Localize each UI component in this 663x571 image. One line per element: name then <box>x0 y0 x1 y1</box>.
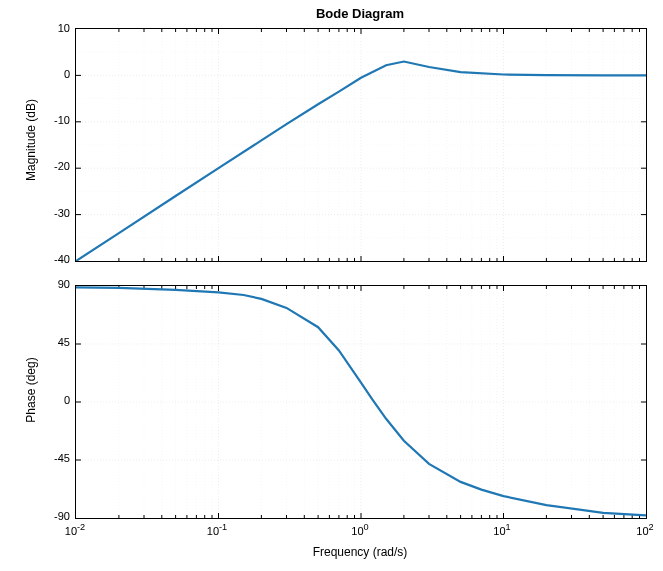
mag-ytick: -40 <box>40 253 70 265</box>
phase-ytick: 45 <box>40 336 70 348</box>
freq-xtick: 10-1 <box>197 522 237 537</box>
mag-ytick: -10 <box>40 114 70 126</box>
freq-xtick: 100 <box>340 522 380 537</box>
phase-ytick: 90 <box>40 278 70 290</box>
mag-ytick: 0 <box>40 68 70 80</box>
bode-figure: Bode Diagram <box>0 0 663 571</box>
freq-xtick: 101 <box>482 522 522 537</box>
magnitude-axes <box>75 28 647 262</box>
phase-axes <box>75 285 647 519</box>
phase-ytick: -90 <box>40 510 70 522</box>
mag-ytick: 10 <box>40 22 70 34</box>
freq-xtick: 102 <box>625 522 663 537</box>
phase-ytick: -45 <box>40 452 70 464</box>
frequency-xlabel: Frequency (rad/s) <box>75 545 645 559</box>
phase-ytick: 0 <box>40 394 70 406</box>
magnitude-svg <box>76 29 646 261</box>
mag-ytick: -30 <box>40 207 70 219</box>
phase-svg <box>76 286 646 518</box>
mag-ytick: -20 <box>40 160 70 172</box>
freq-xtick: 10-2 <box>55 522 95 537</box>
chart-title: Bode Diagram <box>75 6 645 21</box>
phase-ylabel: Phase (deg) <box>24 340 38 440</box>
magnitude-ylabel: Magnitude (dB) <box>24 80 38 200</box>
